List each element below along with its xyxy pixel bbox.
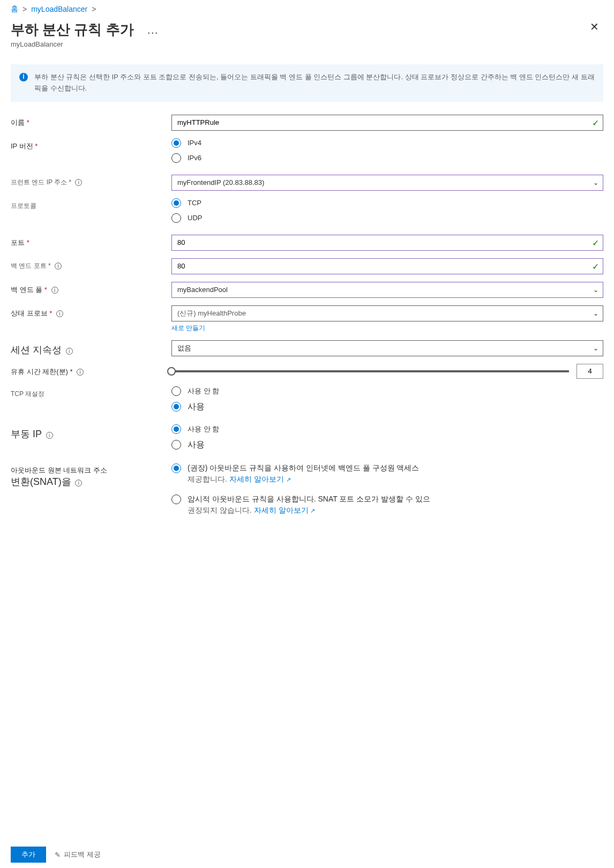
chevron-down-icon: ⌄ [593, 286, 598, 294]
info-banner: i 부하 분산 규칙은 선택한 IP 주소와 포트 조합으로 전송되는, 들어오… [11, 64, 603, 102]
info-icon[interactable]: i [75, 480, 82, 487]
radio-ipv6[interactable]: IPv6 [171, 153, 603, 163]
page-title: 부하 분산 규칙 추가 [11, 20, 134, 39]
label-tcp-reset: TCP 재설정 [11, 386, 171, 399]
slider-thumb[interactable] [167, 367, 176, 376]
radio-floating-ip-enabled[interactable]: 사용 [171, 439, 603, 451]
label-port: 포트 * [11, 235, 171, 248]
label-snat: 아웃바운드 원본 네트워크 주소 변환(SNAT)을 i [11, 462, 171, 488]
info-icon[interactable]: i [56, 310, 63, 317]
label-protocol: 프로토콜 [11, 198, 171, 211]
info-icon[interactable]: i [55, 263, 62, 270]
chevron-down-icon: ⌄ [593, 310, 598, 317]
radio-snat-recommended[interactable]: (권장) 아웃바운드 규칙을 사용하여 인터넷에 백엔드 풀 구성원 액세스 제… [171, 462, 603, 485]
label-backend-pool: 백 엔드 풀 * i [11, 282, 171, 295]
breadcrumb-resource[interactable]: myLoadBalancer [31, 5, 87, 13]
radio-snat-implicit[interactable]: 암시적 아웃바운드 규칙을 사용합니다. SNAT 포트 소모가 발생할 수 있… [171, 493, 603, 516]
idle-timeout-value[interactable] [576, 364, 603, 379]
breadcrumb: 홈 > myLoadBalancer > [0, 0, 614, 18]
chevron-down-icon: ⌄ [593, 345, 598, 352]
close-icon[interactable]: ✕ [590, 20, 603, 33]
page-header: 부하 분산 규칙 추가 … myLoadBalancer ✕ [0, 18, 614, 54]
backend-port-input[interactable] [171, 258, 603, 274]
radio-floating-ip-disabled[interactable]: 사용 안 함 [171, 424, 603, 434]
more-button[interactable]: … [147, 23, 160, 37]
info-icon: i [19, 73, 28, 81]
label-health-probe: 상태 프로브 * i [11, 305, 171, 318]
info-icon[interactable]: i [51, 287, 58, 294]
check-icon: ✓ [592, 117, 599, 128]
name-input[interactable] [171, 115, 603, 131]
label-floating-ip: 부동 IP i [11, 424, 171, 440]
learn-more-link[interactable]: 자세히 알아보기 ↗ [229, 475, 291, 483]
chevron-right-icon: > [23, 5, 27, 13]
label-frontend-ip: 프런트 엔드 IP 주소 * i [11, 175, 171, 187]
label-ip-version: IP 버전 * [11, 138, 171, 151]
info-icon[interactable]: i [77, 369, 84, 376]
check-icon: ✓ [592, 261, 599, 271]
check-icon: ✓ [592, 237, 599, 248]
radio-tcp[interactable]: TCP [171, 198, 603, 208]
radio-ipv4[interactable]: IPv4 [171, 138, 603, 148]
external-link-icon: ↗ [286, 476, 291, 483]
radio-tcp-reset-enabled[interactable]: 사용 [171, 401, 603, 413]
session-persistence-select[interactable]: 없음 ⌄ [171, 340, 603, 356]
label-name: 이름 * [11, 115, 171, 128]
radio-udp[interactable]: UDP [171, 213, 603, 223]
label-backend-port: 백 엔드 포트 * i [11, 258, 171, 271]
info-icon[interactable]: i [66, 348, 73, 355]
create-new-link[interactable]: 새로 만들기 [171, 324, 205, 332]
breadcrumb-home[interactable]: 홈 [11, 4, 18, 14]
learn-more-link[interactable]: 자세히 알아보기 ↗ [254, 506, 316, 514]
radio-tcp-reset-disabled[interactable]: 사용 안 함 [171, 386, 603, 396]
info-text: 부하 분산 규칙은 선택한 IP 주소와 포트 조합으로 전송되는, 들어오는 … [34, 72, 595, 94]
backend-pool-select[interactable]: myBackendPool ⌄ [171, 282, 603, 298]
frontend-ip-select[interactable]: myFrontendIP (20.83.88.83) ⌄ [171, 175, 603, 191]
health-probe-select[interactable]: (신규) myHealthProbe ⌄ [171, 305, 603, 321]
chevron-down-icon: ⌄ [593, 179, 598, 186]
form: 이름 * ✓ IP 버전 * IPv4 IPv6 [0, 115, 614, 581]
info-icon[interactable]: i [46, 432, 53, 439]
info-icon[interactable]: i [75, 179, 82, 186]
idle-timeout-slider[interactable] [171, 370, 569, 372]
external-link-icon: ↗ [310, 507, 315, 514]
port-input[interactable] [171, 235, 603, 251]
label-session-persistence: 세션 지속성 i [11, 340, 171, 356]
page-subtitle: myLoadBalancer [11, 40, 160, 48]
chevron-right-icon: > [92, 5, 96, 13]
label-idle-timeout: 유휴 시간 제한(분) * i [11, 364, 171, 377]
